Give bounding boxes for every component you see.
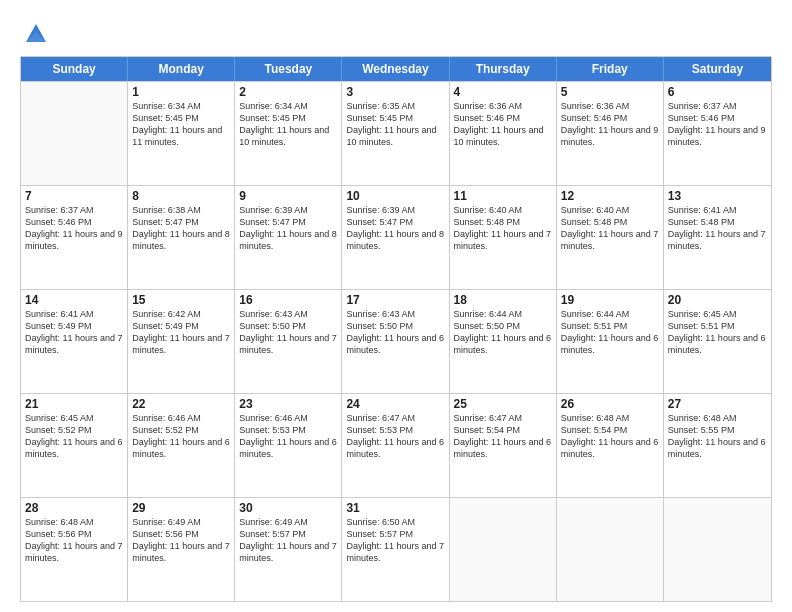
cal-cell: 2Sunrise: 6:34 AMSunset: 5:45 PMDaylight… (235, 82, 342, 185)
day-number: 31 (346, 501, 444, 515)
day-info: Sunrise: 6:35 AMSunset: 5:45 PMDaylight:… (346, 100, 444, 149)
day-info: Sunrise: 6:48 AMSunset: 5:54 PMDaylight:… (561, 412, 659, 461)
cal-cell: 18Sunrise: 6:44 AMSunset: 5:50 PMDayligh… (450, 290, 557, 393)
cal-cell: 6Sunrise: 6:37 AMSunset: 5:46 PMDaylight… (664, 82, 771, 185)
cal-cell: 14Sunrise: 6:41 AMSunset: 5:49 PMDayligh… (21, 290, 128, 393)
header-cell-saturday: Saturday (664, 57, 771, 81)
cal-cell: 24Sunrise: 6:47 AMSunset: 5:53 PMDayligh… (342, 394, 449, 497)
day-info: Sunrise: 6:50 AMSunset: 5:57 PMDaylight:… (346, 516, 444, 565)
day-number: 11 (454, 189, 552, 203)
cal-cell: 16Sunrise: 6:43 AMSunset: 5:50 PMDayligh… (235, 290, 342, 393)
day-info: Sunrise: 6:42 AMSunset: 5:49 PMDaylight:… (132, 308, 230, 357)
day-number: 24 (346, 397, 444, 411)
week-row-3: 14Sunrise: 6:41 AMSunset: 5:49 PMDayligh… (21, 289, 771, 393)
day-number: 19 (561, 293, 659, 307)
cal-cell: 27Sunrise: 6:48 AMSunset: 5:55 PMDayligh… (664, 394, 771, 497)
day-info: Sunrise: 6:46 AMSunset: 5:53 PMDaylight:… (239, 412, 337, 461)
cal-cell: 7Sunrise: 6:37 AMSunset: 5:46 PMDaylight… (21, 186, 128, 289)
header-cell-wednesday: Wednesday (342, 57, 449, 81)
day-number: 5 (561, 85, 659, 99)
header-cell-tuesday: Tuesday (235, 57, 342, 81)
cal-cell: 9Sunrise: 6:39 AMSunset: 5:47 PMDaylight… (235, 186, 342, 289)
day-number: 2 (239, 85, 337, 99)
week-row-5: 28Sunrise: 6:48 AMSunset: 5:56 PMDayligh… (21, 497, 771, 601)
cal-cell: 8Sunrise: 6:38 AMSunset: 5:47 PMDaylight… (128, 186, 235, 289)
day-info: Sunrise: 6:39 AMSunset: 5:47 PMDaylight:… (346, 204, 444, 253)
day-info: Sunrise: 6:41 AMSunset: 5:49 PMDaylight:… (25, 308, 123, 357)
day-info: Sunrise: 6:43 AMSunset: 5:50 PMDaylight:… (346, 308, 444, 357)
day-number: 6 (668, 85, 767, 99)
day-number: 27 (668, 397, 767, 411)
logo (20, 18, 50, 46)
day-info: Sunrise: 6:44 AMSunset: 5:51 PMDaylight:… (561, 308, 659, 357)
cal-cell: 20Sunrise: 6:45 AMSunset: 5:51 PMDayligh… (664, 290, 771, 393)
day-number: 20 (668, 293, 767, 307)
day-info: Sunrise: 6:48 AMSunset: 5:55 PMDaylight:… (668, 412, 767, 461)
day-number: 17 (346, 293, 444, 307)
calendar-body: 1Sunrise: 6:34 AMSunset: 5:45 PMDaylight… (21, 81, 771, 601)
day-info: Sunrise: 6:41 AMSunset: 5:48 PMDaylight:… (668, 204, 767, 253)
cal-cell (450, 498, 557, 601)
day-number: 14 (25, 293, 123, 307)
day-number: 26 (561, 397, 659, 411)
day-info: Sunrise: 6:49 AMSunset: 5:56 PMDaylight:… (132, 516, 230, 565)
day-info: Sunrise: 6:36 AMSunset: 5:46 PMDaylight:… (561, 100, 659, 149)
cal-cell: 11Sunrise: 6:40 AMSunset: 5:48 PMDayligh… (450, 186, 557, 289)
cal-cell (664, 498, 771, 601)
day-number: 15 (132, 293, 230, 307)
day-number: 23 (239, 397, 337, 411)
cal-cell: 3Sunrise: 6:35 AMSunset: 5:45 PMDaylight… (342, 82, 449, 185)
day-number: 13 (668, 189, 767, 203)
day-number: 18 (454, 293, 552, 307)
day-info: Sunrise: 6:37 AMSunset: 5:46 PMDaylight:… (25, 204, 123, 253)
cal-cell: 26Sunrise: 6:48 AMSunset: 5:54 PMDayligh… (557, 394, 664, 497)
day-number: 29 (132, 501, 230, 515)
page: SundayMondayTuesdayWednesdayThursdayFrid… (0, 0, 792, 612)
cal-cell (21, 82, 128, 185)
day-number: 16 (239, 293, 337, 307)
day-info: Sunrise: 6:34 AMSunset: 5:45 PMDaylight:… (132, 100, 230, 149)
day-number: 3 (346, 85, 444, 99)
day-info: Sunrise: 6:43 AMSunset: 5:50 PMDaylight:… (239, 308, 337, 357)
cal-cell: 22Sunrise: 6:46 AMSunset: 5:52 PMDayligh… (128, 394, 235, 497)
day-number: 1 (132, 85, 230, 99)
cal-cell: 13Sunrise: 6:41 AMSunset: 5:48 PMDayligh… (664, 186, 771, 289)
day-number: 22 (132, 397, 230, 411)
day-number: 30 (239, 501, 337, 515)
day-info: Sunrise: 6:46 AMSunset: 5:52 PMDaylight:… (132, 412, 230, 461)
day-info: Sunrise: 6:39 AMSunset: 5:47 PMDaylight:… (239, 204, 337, 253)
calendar-header-row: SundayMondayTuesdayWednesdayThursdayFrid… (21, 57, 771, 81)
day-info: Sunrise: 6:44 AMSunset: 5:50 PMDaylight:… (454, 308, 552, 357)
cal-cell: 30Sunrise: 6:49 AMSunset: 5:57 PMDayligh… (235, 498, 342, 601)
cal-cell: 12Sunrise: 6:40 AMSunset: 5:48 PMDayligh… (557, 186, 664, 289)
cal-cell: 19Sunrise: 6:44 AMSunset: 5:51 PMDayligh… (557, 290, 664, 393)
day-info: Sunrise: 6:37 AMSunset: 5:46 PMDaylight:… (668, 100, 767, 149)
day-info: Sunrise: 6:47 AMSunset: 5:53 PMDaylight:… (346, 412, 444, 461)
day-number: 8 (132, 189, 230, 203)
cal-cell: 21Sunrise: 6:45 AMSunset: 5:52 PMDayligh… (21, 394, 128, 497)
week-row-2: 7Sunrise: 6:37 AMSunset: 5:46 PMDaylight… (21, 185, 771, 289)
cal-cell: 31Sunrise: 6:50 AMSunset: 5:57 PMDayligh… (342, 498, 449, 601)
cal-cell: 10Sunrise: 6:39 AMSunset: 5:47 PMDayligh… (342, 186, 449, 289)
cal-cell: 15Sunrise: 6:42 AMSunset: 5:49 PMDayligh… (128, 290, 235, 393)
cal-cell: 5Sunrise: 6:36 AMSunset: 5:46 PMDaylight… (557, 82, 664, 185)
day-info: Sunrise: 6:45 AMSunset: 5:52 PMDaylight:… (25, 412, 123, 461)
day-info: Sunrise: 6:38 AMSunset: 5:47 PMDaylight:… (132, 204, 230, 253)
header-cell-friday: Friday (557, 57, 664, 81)
day-number: 4 (454, 85, 552, 99)
cal-cell: 1Sunrise: 6:34 AMSunset: 5:45 PMDaylight… (128, 82, 235, 185)
header-cell-sunday: Sunday (21, 57, 128, 81)
day-number: 12 (561, 189, 659, 203)
cal-cell: 17Sunrise: 6:43 AMSunset: 5:50 PMDayligh… (342, 290, 449, 393)
day-number: 10 (346, 189, 444, 203)
day-info: Sunrise: 6:40 AMSunset: 5:48 PMDaylight:… (454, 204, 552, 253)
header-cell-monday: Monday (128, 57, 235, 81)
day-number: 25 (454, 397, 552, 411)
cal-cell: 28Sunrise: 6:48 AMSunset: 5:56 PMDayligh… (21, 498, 128, 601)
header-cell-thursday: Thursday (450, 57, 557, 81)
day-info: Sunrise: 6:47 AMSunset: 5:54 PMDaylight:… (454, 412, 552, 461)
week-row-1: 1Sunrise: 6:34 AMSunset: 5:45 PMDaylight… (21, 81, 771, 185)
logo-icon (22, 18, 50, 46)
week-row-4: 21Sunrise: 6:45 AMSunset: 5:52 PMDayligh… (21, 393, 771, 497)
calendar: SundayMondayTuesdayWednesdayThursdayFrid… (20, 56, 772, 602)
